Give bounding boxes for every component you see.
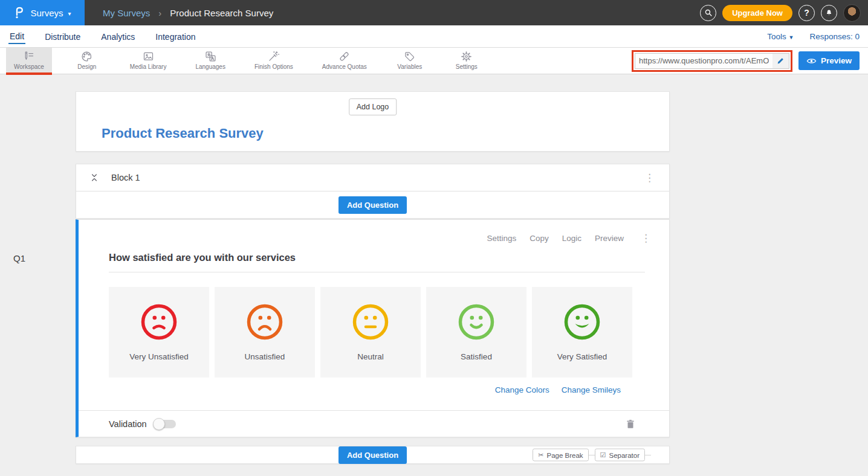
toolbar-item-finish-options[interactable]: Finish Options (247, 48, 301, 74)
page-break-label: Page Break (547, 451, 583, 458)
collapse-block-icon[interactable] (89, 173, 99, 182)
brand-label: Surveys (30, 8, 63, 18)
palette-icon (80, 50, 93, 63)
toolbar-item-label: Languages (195, 63, 225, 70)
toolbar-item-label: Design (77, 63, 96, 70)
tab-analytics[interactable]: Analytics (100, 30, 136, 43)
tab-edit[interactable]: Edit (8, 29, 25, 44)
editor-toolbar: Workspace Design Media Library (0, 48, 868, 74)
gear-icon (460, 50, 473, 63)
smiley-config-links: Change Colors Change Smileys (79, 385, 621, 394)
preview-button[interactable]: Preview (798, 51, 860, 70)
question-number-label: Q1 (13, 253, 25, 263)
smiley-option-label: Very Satisfied (557, 352, 607, 361)
workspace-icon (22, 50, 35, 63)
toolbar-item-design[interactable]: Design (65, 48, 109, 74)
tag-icon (403, 50, 416, 63)
delete-question-trash-icon[interactable] (625, 418, 636, 430)
question-actions: Settings Copy Logic Preview ⋮ (79, 220, 669, 245)
separator-button[interactable]: ☑ Separator (595, 449, 645, 462)
user-avatar[interactable] (843, 4, 861, 22)
separator-label: Separator (609, 451, 640, 458)
validation-label: Validation (109, 419, 147, 429)
notifications-button[interactable] (821, 5, 837, 21)
survey-title[interactable]: Product Research Survey (102, 126, 264, 141)
upgrade-now-button[interactable]: Upgrade Now (722, 5, 792, 21)
question-copy-link[interactable]: Copy (530, 234, 549, 243)
toolbar-item-media-library[interactable]: Media Library (122, 48, 175, 74)
help-button[interactable]: ? (798, 5, 815, 21)
smiley-option-label: Very Unsatisfied (129, 352, 189, 361)
validation-row: Validation (79, 410, 669, 437)
chevron-down-icon: ▼ (789, 34, 794, 40)
toggle-knob (153, 418, 165, 430)
questionpro-logo-icon (13, 6, 25, 19)
page-break-button[interactable]: ✂ Page Break (533, 449, 588, 462)
smiley-scale: Very Unsatisfied Unsatisfied (109, 287, 669, 378)
smiley-option-very-satisfied[interactable]: Very Satisfied (532, 287, 632, 378)
validation-toggle[interactable] (154, 420, 176, 428)
add-question-button-bottom[interactable]: Add Question (338, 446, 407, 464)
smiley-option-neutral[interactable]: Neutral (320, 287, 421, 378)
toolbar-item-label: Workspace (14, 63, 44, 70)
question-text[interactable]: How satisfied are you with our services (109, 252, 296, 263)
smiley-option-satisfied[interactable]: Satisfied (426, 287, 526, 378)
edit-url-button[interactable] (772, 53, 789, 69)
tools-label: Tools (767, 32, 786, 41)
toolbar-right: Preview (632, 48, 868, 74)
smiley-option-label: Neutral (357, 352, 384, 361)
toolbar-item-label: Settings (456, 63, 478, 70)
eye-icon (806, 57, 817, 65)
very-unsatisfied-smiley-icon (140, 303, 178, 341)
add-logo-button[interactable]: Add Logo (349, 98, 397, 115)
translate-icon (204, 50, 217, 63)
image-icon (142, 50, 155, 63)
toolbar-item-label: Advance Quotas (322, 63, 367, 70)
smiley-option-unsatisfied[interactable]: Unsatisfied (215, 287, 315, 378)
search-button[interactable] (700, 5, 716, 21)
toolbar-item-languages[interactable]: Languages (187, 48, 233, 74)
toolbar-item-label: Finish Options (254, 63, 293, 70)
change-smileys-link[interactable]: Change Smileys (562, 385, 621, 394)
breadcrumb-current-survey: Product Research Survey (170, 8, 273, 18)
checkbox-icon: ☑ (600, 451, 606, 459)
question-logic-link[interactable]: Logic (562, 234, 581, 243)
block-menu-kebab-icon[interactable]: ⋮ (641, 172, 658, 184)
breadcrumb-my-surveys[interactable]: My Surveys (103, 8, 150, 18)
block-title[interactable]: Block 1 (111, 173, 140, 182)
change-colors-link[interactable]: Change Colors (495, 385, 549, 394)
satisfied-smiley-icon (458, 303, 495, 341)
survey-url-input[interactable] (635, 53, 772, 69)
question-text-wrap: How satisfied are you with our services (109, 252, 645, 272)
tools-dropdown[interactable]: Tools ▼ (767, 32, 794, 41)
bell-icon (824, 8, 834, 18)
block-card: Block 1 ⋮ Add Question (76, 164, 670, 219)
wand-icon (267, 50, 280, 63)
app-header: Surveys ▾ My Surveys › Product Research … (0, 0, 868, 25)
subnav-right: Tools ▼ Responses: 0 (767, 32, 860, 41)
smiley-option-label: Unsatisfied (245, 352, 285, 361)
smiley-option-very-unsatisfied[interactable]: Very Unsatisfied (109, 287, 209, 378)
toolbar-item-variables[interactable]: Variables (388, 48, 432, 74)
neutral-smiley-icon (352, 303, 389, 341)
brand-surveys-menu[interactable]: Surveys ▾ (0, 0, 85, 25)
add-question-button-top[interactable]: Add Question (338, 196, 407, 214)
question-preview-link[interactable]: Preview (595, 234, 624, 243)
question-card: Settings Copy Logic Preview ⋮ How satisf… (76, 219, 670, 437)
toolbar-item-advance-quotas[interactable]: Advance Quotas (314, 48, 375, 74)
responses-count[interactable]: Responses: 0 (809, 32, 860, 41)
toolbar-item-label: Media Library (130, 63, 167, 70)
tab-distribute[interactable]: Distribute (44, 30, 82, 43)
preview-button-label: Preview (821, 56, 852, 65)
survey-section-nav: Edit Distribute Analytics Integration To… (0, 25, 868, 48)
unsatisfied-smiley-icon (246, 303, 283, 341)
survey-header-card: Add Logo Product Research Survey (76, 91, 670, 152)
question-menu-kebab-icon[interactable]: ⋮ (637, 232, 655, 245)
toolbar-item-workspace[interactable]: Workspace (6, 48, 52, 74)
tab-integration[interactable]: Integration (154, 30, 196, 43)
question-settings-link[interactable]: Settings (487, 234, 516, 243)
workspace-canvas: Q1 Add Logo Product Research Survey Bloc… (0, 74, 868, 476)
toolbar-item-label: Variables (397, 63, 422, 70)
block-header: Block 1 ⋮ (76, 164, 669, 191)
toolbar-item-settings[interactable]: Settings (445, 48, 488, 74)
